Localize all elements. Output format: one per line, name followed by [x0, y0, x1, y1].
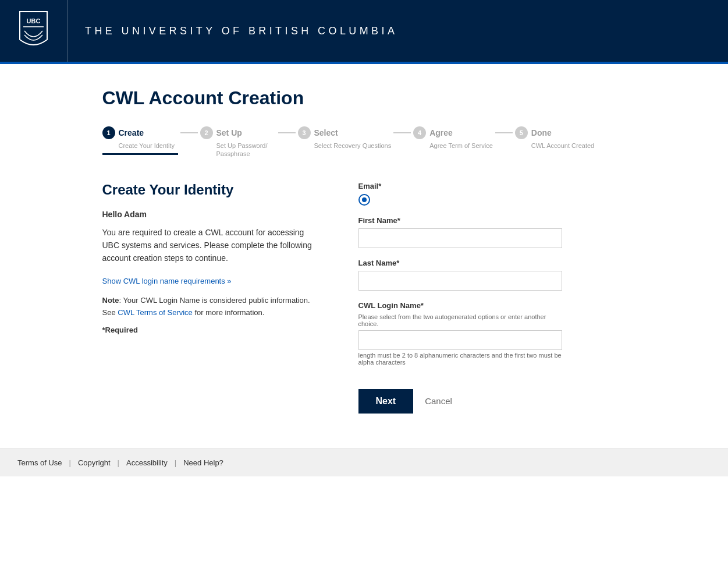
logo-container: UBC — [17, 0, 68, 62]
last-name-input[interactable] — [358, 271, 562, 291]
cwl-login-hint-top: Please select from the two autogenerated… — [358, 313, 562, 327]
description-text: You are required to create a CWL account… — [102, 226, 324, 265]
form-right-column: Email* First Name* Last Name* CWL Login … — [358, 182, 626, 414]
note-suffix: for more information. — [193, 308, 265, 317]
form-left-column: Create Your Identity Hello Adam You are … — [102, 182, 324, 414]
last-name-label: Last Name* — [358, 259, 626, 267]
step-4-number: 4 — [413, 126, 426, 139]
page-title: CWL Account Creation — [102, 87, 626, 109]
university-name: THE UNIVERSITY OF BRITISH COLUMBIA — [85, 25, 397, 37]
step-5-number: 5 — [515, 126, 528, 139]
step-2-number: 2 — [200, 126, 213, 139]
progress-steps: 1 Create Create Your Identity 2 Set Up S… — [102, 126, 626, 158]
cancel-button[interactable]: Cancel — [425, 396, 452, 406]
site-header: UBC THE UNIVERSITY OF BRITISH COLUMBIA — [0, 0, 728, 64]
step-1-sub: Create Your Identity — [102, 142, 175, 150]
last-name-field-group: Last Name* — [358, 259, 626, 291]
show-requirements-link[interactable]: Show CWL login name requirements » — [102, 277, 324, 285]
button-row: Next Cancel — [358, 389, 626, 414]
required-note: *Required — [102, 326, 324, 334]
ubc-logo: UBC — [17, 10, 49, 51]
step-1-underline — [102, 153, 178, 155]
step-1-number: 1 — [102, 126, 115, 139]
cwl-login-hint-bottom: length must be 2 to 8 alphanumeric chara… — [358, 352, 562, 366]
cwl-login-field-group: CWL Login Name* Please select from the t… — [358, 301, 626, 366]
step-5: 5 Done CWL Account Created — [515, 126, 594, 150]
step-1-name: Create — [119, 128, 144, 137]
footer-copyright-link[interactable]: Copyright — [71, 458, 118, 467]
form-layout: Create Your Identity Hello Adam You are … — [102, 182, 626, 414]
cwl-login-label: CWL Login Name* — [358, 301, 626, 310]
section-title: Create Your Identity — [102, 182, 324, 198]
step-2-sub: Set Up Password/Passphrase — [200, 142, 268, 158]
connector-2 — [278, 126, 296, 133]
connector-1 — [180, 126, 198, 133]
step-2: 2 Set Up Set Up Password/Passphrase — [200, 126, 276, 158]
email-icon-inner — [362, 197, 367, 202]
email-label: Email* — [358, 182, 626, 190]
note-paragraph: Note: Your CWL Login Name is considered … — [102, 295, 324, 319]
site-footer: Terms of Use | Copyright | Accessibility… — [0, 448, 728, 476]
step-2-name: Set Up — [216, 128, 242, 137]
note-bold: Note — [102, 296, 119, 305]
connector-3 — [393, 126, 411, 133]
svg-text:UBC: UBC — [27, 17, 41, 24]
step-4: 4 Agree Agree Term of Service — [413, 126, 493, 150]
footer-terms-link[interactable]: Terms of Use — [17, 458, 69, 467]
footer-accessibility-link[interactable]: Accessibility — [119, 458, 175, 467]
email-icon — [358, 194, 370, 206]
step-4-name: Agree — [429, 128, 453, 137]
email-field-group: Email* — [358, 182, 626, 206]
step-3-number: 3 — [298, 126, 311, 139]
step-5-name: Done — [531, 128, 552, 137]
greeting-text: Hello Adam — [102, 210, 324, 219]
step-4-sub: Agree Term of Service — [413, 142, 493, 150]
step-1: 1 Create Create Your Identity — [102, 126, 178, 155]
step-5-sub: CWL Account Created — [515, 142, 594, 150]
footer-help-link[interactable]: Need Help? — [176, 458, 230, 467]
first-name-input[interactable] — [358, 228, 562, 248]
next-button[interactable]: Next — [358, 389, 414, 414]
cwl-terms-link[interactable]: CWL Terms of Service — [118, 308, 193, 317]
first-name-field-group: First Name* — [358, 216, 626, 248]
first-name-label: First Name* — [358, 216, 626, 225]
cwl-login-input[interactable] — [358, 330, 562, 350]
main-content: CWL Account Creation 1 Create Create You… — [85, 64, 644, 448]
connector-4 — [495, 126, 513, 133]
step-3: 3 Select Select Recovery Questions — [298, 126, 392, 150]
step-3-name: Select — [314, 128, 338, 137]
step-3-sub: Select Recovery Questions — [298, 142, 392, 150]
